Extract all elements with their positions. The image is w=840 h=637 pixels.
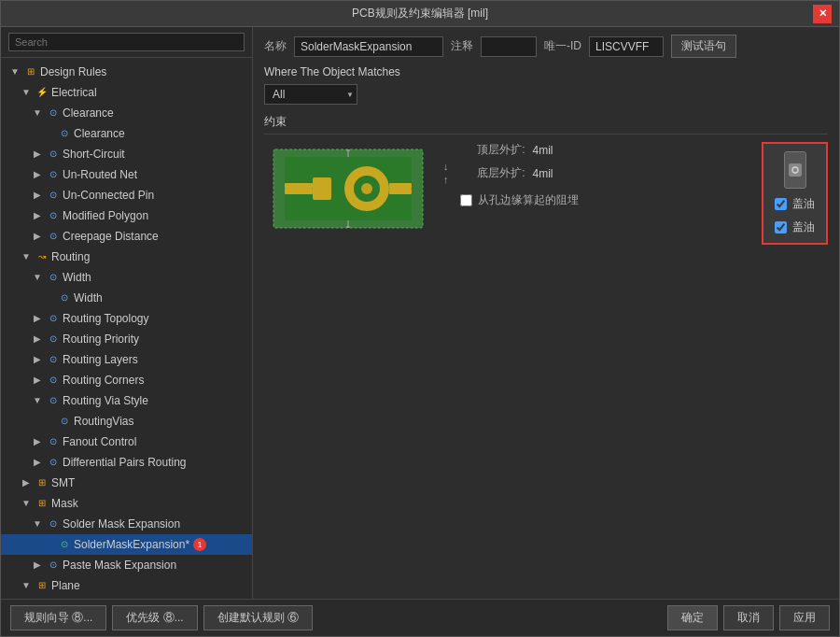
test-button[interactable]: 测试语句 bbox=[671, 35, 736, 58]
expand-icon: ▶ bbox=[31, 333, 44, 346]
tree-label: SolderMaskExpansion* bbox=[74, 536, 189, 553]
main-window: PCB规则及约束编辑器 [mil] ✕ ▼ ⊞ Design Rules bbox=[0, 0, 840, 637]
tree-item-routing-priority[interactable]: ▶ ⊙ Routing Priority bbox=[1, 329, 252, 349]
tree-item-width[interactable]: ⊙ Width bbox=[1, 288, 252, 308]
tree-item-un-routed-net[interactable]: ▶ ⊙ Un-Routed Net bbox=[1, 164, 252, 185]
tree-label: Routing Layers bbox=[63, 351, 138, 368]
tree-item-diff-pairs[interactable]: ▶ ⊙ Differential Pairs Routing bbox=[1, 452, 252, 473]
svg-rect-4 bbox=[313, 177, 331, 200]
expand-icon: ▼ bbox=[31, 394, 44, 407]
folder-icon: ⊞ bbox=[24, 65, 37, 78]
tree-item-clearance[interactable]: ⊙ Clearance bbox=[1, 123, 252, 144]
tree-item-fanout[interactable]: ▶ ⊙ Fanout Control bbox=[1, 432, 252, 452]
tree-item-routing-via-style[interactable]: ▼ ⊙ Routing Via Style bbox=[1, 390, 252, 411]
tree-label: SMT bbox=[51, 474, 75, 491]
from-edge-label: 从孔边缘算起的阻埋 bbox=[478, 192, 579, 208]
tree-area: ▼ ⊞ Design Rules ▼ ⚡ Electrical bbox=[1, 58, 252, 599]
from-edge-checkbox[interactable] bbox=[460, 194, 472, 206]
tree-item-un-connected-pin[interactable]: ▶ ⊙ Un-Connected Pin bbox=[1, 185, 252, 205]
tree-label: Fanout Control bbox=[63, 433, 136, 450]
tree-label: Routing Topology bbox=[63, 310, 149, 327]
expand-icon: ▶ bbox=[31, 353, 44, 366]
solder-mask-top-checkbox[interactable] bbox=[775, 198, 787, 210]
tree-item-electrical[interactable]: ▼ ⚡ Electrical bbox=[1, 82, 252, 103]
tree-item-design-rules[interactable]: ▼ ⊞ Design Rules bbox=[1, 62, 252, 82]
solder-toggle[interactable] bbox=[784, 151, 806, 189]
tree-item-routing-topology[interactable]: ▶ ⊙ Routing Topology bbox=[1, 308, 252, 329]
rule-name-input[interactable] bbox=[294, 36, 443, 57]
where-select-wrap: All bbox=[264, 84, 357, 105]
solder-mask-box: 盖油 盖油 bbox=[762, 142, 828, 245]
create-default-button[interactable]: 创建默认规则 ⑥ bbox=[203, 605, 313, 630]
solder-mask-bottom-row: 盖油 bbox=[775, 219, 815, 235]
tree-item-clearance-group[interactable]: ▼ ⊙ Clearance bbox=[1, 103, 252, 123]
expand-icon: ▼ bbox=[20, 497, 33, 510]
comment-input[interactable] bbox=[481, 36, 537, 57]
tree-label: Modified Polygon bbox=[63, 207, 148, 224]
tree-label: Clearance bbox=[63, 105, 114, 121]
rule-icon: ⊙ bbox=[47, 168, 60, 181]
priority-button[interactable]: 优先级 ⑧... bbox=[112, 605, 197, 630]
uid-label: 唯一-ID bbox=[544, 38, 581, 54]
values-area: 顶层外扩: 4mil 底层外扩: 4mil 从孔边缘算起的阻埋 bbox=[460, 142, 742, 208]
tree-item-routing[interactable]: ▼ ↝ Routing bbox=[1, 247, 252, 267]
solder-mask-bottom-checkbox[interactable] bbox=[775, 221, 787, 234]
rule-wizard-button[interactable]: 规则向导 ⑧... bbox=[10, 605, 106, 630]
tree-label: Electrical bbox=[51, 84, 97, 101]
svg-point-7 bbox=[361, 183, 372, 194]
spacer bbox=[42, 291, 55, 304]
tree-label: Clearance bbox=[74, 125, 125, 142]
bottom-right: 确定 取消 应用 bbox=[667, 605, 830, 630]
svg-rect-8 bbox=[389, 183, 412, 189]
where-title: Where The Object Matches bbox=[264, 65, 828, 78]
tree-label: Width bbox=[74, 290, 103, 306]
tree-label: Un-Connected Pin bbox=[63, 187, 154, 204]
apply-button[interactable]: 应用 bbox=[779, 605, 830, 630]
tree-item-solder-mask-exp[interactable]: ⊙ SolderMaskExpansion* 1 bbox=[1, 534, 252, 555]
bottom-expand-value: 4mil bbox=[533, 167, 553, 180]
bottom-expand-row: 底层外扩: 4mil bbox=[460, 165, 742, 181]
rule-icon: ⊙ bbox=[47, 394, 60, 407]
rule-icon: ⊙ bbox=[58, 538, 71, 551]
svg-rect-9 bbox=[389, 189, 412, 194]
expand-icon: ▼ bbox=[31, 106, 44, 120]
top-expand-label: 顶层外扩: bbox=[460, 142, 525, 158]
tree-item-creepage[interactable]: ▶ ⊙ Creepage Distance bbox=[1, 226, 252, 247]
tree-item-width-group[interactable]: ▼ ⊙ Width bbox=[1, 267, 252, 288]
tree-label: Short-Circuit bbox=[63, 146, 125, 163]
expand-icon: ▶ bbox=[31, 209, 44, 222]
tree-label: Routing bbox=[51, 248, 90, 265]
name-label: 名称 bbox=[264, 38, 287, 54]
rule-icon: ⊙ bbox=[47, 189, 60, 202]
rule-icon: ⊙ bbox=[47, 106, 60, 120]
expand-icon: ▶ bbox=[31, 435, 44, 448]
expand-icon: ▶ bbox=[31, 189, 44, 202]
ok-button[interactable]: 确定 bbox=[667, 605, 718, 630]
tree-label: Plane bbox=[51, 577, 80, 594]
arrow-up-icon: ↑ bbox=[443, 174, 449, 185]
tree-item-short-circuit[interactable]: ▶ ⊙ Short-Circuit bbox=[1, 144, 252, 164]
tree-item-routing-vias[interactable]: ⊙ RoutingVias bbox=[1, 411, 252, 432]
title-bar: PCB规则及约束编辑器 [mil] ✕ bbox=[1, 1, 839, 27]
spacer bbox=[42, 415, 55, 428]
close-button[interactable]: ✕ bbox=[813, 5, 832, 23]
tree-item-routing-corners[interactable]: ▶ ⊙ Routing Corners bbox=[1, 370, 252, 390]
search-input[interactable] bbox=[8, 33, 245, 51]
rule-icon: ⊙ bbox=[58, 127, 71, 140]
rule-icon: ⊙ bbox=[47, 559, 60, 572]
expand-icon: ▶ bbox=[31, 456, 44, 469]
uid-input[interactable] bbox=[589, 36, 664, 57]
tree-item-plane[interactable]: ▼ ⊞ Plane bbox=[1, 575, 252, 596]
tree-item-solder-mask-group[interactable]: ▼ ⊙ Solder Mask Expansion bbox=[1, 514, 252, 534]
window-title: PCB规则及约束编辑器 [mil] bbox=[27, 6, 813, 21]
where-select[interactable]: All bbox=[264, 84, 357, 105]
rule-icon: ⊙ bbox=[47, 374, 60, 387]
tree-item-mask[interactable]: ▼ ⊞ Mask bbox=[1, 493, 252, 514]
cancel-button[interactable]: 取消 bbox=[723, 605, 774, 630]
tree-item-smt[interactable]: ▶ ⊞ SMT bbox=[1, 473, 252, 493]
expand-icon: ▼ bbox=[20, 86, 33, 99]
tree-item-modified-polygon[interactable]: ▶ ⊙ Modified Polygon bbox=[1, 205, 252, 226]
tree-item-paste-mask[interactable]: ▶ ⊙ Paste Mask Expansion bbox=[1, 555, 252, 575]
tree-item-routing-layers[interactable]: ▶ ⊙ Routing Layers bbox=[1, 349, 252, 370]
rule-icon: ⊙ bbox=[47, 271, 60, 284]
